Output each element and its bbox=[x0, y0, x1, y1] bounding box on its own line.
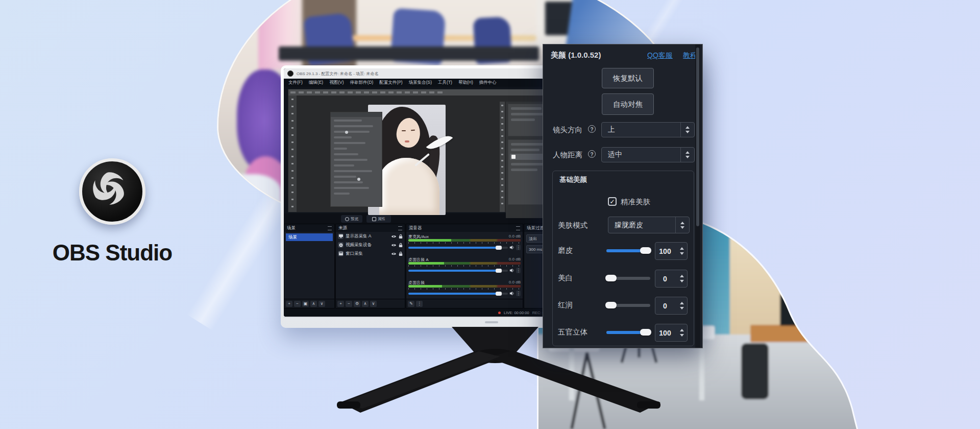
speaker-icon[interactable] bbox=[509, 291, 514, 296]
dock-menu-icon[interactable] bbox=[398, 226, 402, 230]
channel-options-button[interactable]: ⋮ bbox=[516, 268, 521, 273]
camera-direction-select[interactable]: 上 bbox=[601, 122, 695, 137]
dock-menu-icon[interactable] bbox=[516, 226, 520, 230]
chevron-up-icon[interactable] bbox=[680, 247, 684, 250]
whitening-slider[interactable] bbox=[606, 277, 650, 280]
menu-scene-collection[interactable]: 场景集合(S) bbox=[409, 80, 432, 86]
slider-handle[interactable] bbox=[640, 329, 651, 336]
facial-3d-slider[interactable] bbox=[606, 331, 650, 334]
source-row[interactable]: 显示器采集 A bbox=[336, 232, 405, 241]
autofocus-button[interactable]: 自动对焦 bbox=[602, 93, 654, 115]
chevron-up-icon[interactable] bbox=[680, 302, 684, 304]
slider-handle[interactable] bbox=[640, 247, 651, 254]
select-spinner[interactable] bbox=[680, 148, 694, 162]
duplicate-scene-button[interactable]: ▣ bbox=[302, 301, 309, 307]
help-icon[interactable]: ? bbox=[588, 150, 596, 158]
mixer-more-button[interactable]: ⋮ bbox=[416, 301, 423, 307]
rosy-spinbox[interactable]: 0 bbox=[655, 297, 688, 315]
chevron-up-icon bbox=[680, 222, 684, 224]
mixer-filters-button[interactable]: ✎ bbox=[408, 301, 414, 307]
move-source-up-button[interactable]: ∧ bbox=[362, 301, 369, 307]
remove-scene-button[interactable]: − bbox=[294, 301, 301, 307]
menu-edit[interactable]: 编辑(E) bbox=[309, 80, 323, 86]
volume-slider-handle[interactable] bbox=[496, 246, 502, 250]
slider-handle[interactable] bbox=[605, 275, 617, 281]
scene-list-item-selected[interactable]: 场景 bbox=[286, 233, 333, 241]
precise-skin-label: 精准美肤 bbox=[621, 197, 650, 207]
chevron-up-icon[interactable] bbox=[680, 275, 684, 277]
chevron-down-icon[interactable] bbox=[680, 252, 684, 255]
add-source-button[interactable]: + bbox=[337, 301, 344, 307]
scenes-dock: 场景 场景 + − ▣ ∧ ∨ bbox=[284, 224, 335, 308]
menu-docks[interactable]: 停靠部件(D) bbox=[350, 80, 374, 86]
chevron-down-icon[interactable] bbox=[680, 334, 684, 337]
precise-skin-checkbox[interactable]: ✓ bbox=[608, 197, 617, 206]
menu-plugin-center[interactable]: 插件中心 bbox=[479, 80, 497, 86]
meter-ticks bbox=[408, 265, 521, 267]
visibility-eye-icon[interactable] bbox=[391, 234, 397, 239]
source-row[interactable]: 视频采集设备 bbox=[336, 241, 405, 249]
panel-scrollbar[interactable] bbox=[695, 44, 700, 348]
speaker-icon[interactable] bbox=[509, 268, 514, 273]
volume-slider[interactable] bbox=[408, 247, 508, 249]
smooth-skin-spinbox[interactable]: 100 bbox=[655, 242, 688, 260]
plant bbox=[826, 291, 856, 322]
visibility-eye-icon[interactable] bbox=[391, 243, 397, 247]
qq-support-link[interactable]: QQ客服 bbox=[647, 51, 673, 60]
chevron-down-icon bbox=[680, 226, 684, 229]
whitening-spinbox[interactable]: 0 bbox=[655, 270, 688, 288]
properties-button[interactable]: 属性 bbox=[366, 215, 391, 223]
sources-dock-title: 来源 bbox=[338, 225, 347, 231]
help-icon[interactable]: ? bbox=[588, 125, 596, 133]
speaker-icon[interactable] bbox=[509, 245, 514, 250]
reset-defaults-button[interactable]: 恢复默认 bbox=[602, 68, 654, 88]
scenes-dock-title: 场景 bbox=[287, 225, 296, 231]
remove-source-button[interactable]: − bbox=[346, 301, 352, 307]
move-source-down-button[interactable]: ∨ bbox=[370, 301, 377, 307]
volume-slider[interactable] bbox=[408, 293, 508, 295]
source-row[interactable]: 窗口采集 bbox=[336, 249, 405, 258]
chevron-down-icon bbox=[685, 156, 690, 158]
lock-icon[interactable] bbox=[399, 234, 403, 239]
volume-slider-handle[interactable] bbox=[496, 269, 502, 273]
volume-slider-handle[interactable] bbox=[496, 292, 502, 296]
add-scene-button[interactable]: + bbox=[286, 301, 292, 307]
dock-menu-icon[interactable] bbox=[328, 226, 332, 230]
smooth-skin-label: 磨皮 bbox=[558, 246, 573, 255]
lock-icon[interactable] bbox=[399, 251, 403, 256]
menu-tools[interactable]: 工具(T) bbox=[438, 80, 452, 86]
volume-slider[interactable] bbox=[408, 270, 508, 272]
source-properties-button[interactable]: ⚙ bbox=[354, 301, 360, 307]
chevron-down-icon[interactable] bbox=[680, 280, 684, 282]
scrollbar-thumb[interactable] bbox=[696, 47, 699, 226]
move-scene-down-button[interactable]: ∨ bbox=[318, 301, 325, 307]
channel-options-button[interactable]: ⋮ bbox=[516, 245, 521, 250]
portrait-lips bbox=[405, 140, 409, 142]
promo-canvas: OBS Studio OBS 29.1.3 - 配置文件: 未命名 - 场景: … bbox=[0, 0, 980, 429]
menu-view[interactable]: 视图(V) bbox=[329, 80, 344, 86]
facial-3d-spinbox[interactable]: 100 bbox=[655, 324, 688, 342]
chevron-down-icon[interactable] bbox=[680, 307, 684, 309]
menu-profile[interactable]: 配置文件(P) bbox=[379, 80, 402, 86]
smooth-skin-slider[interactable] bbox=[606, 249, 650, 252]
menu-help[interactable]: 帮助(H) bbox=[458, 80, 473, 86]
move-scene-up-button[interactable]: ∧ bbox=[310, 301, 317, 307]
slider-handle[interactable] bbox=[605, 302, 617, 308]
preview-toggle-button[interactable]: 预览 bbox=[341, 215, 362, 223]
person-distance-select[interactable]: 适中 bbox=[601, 147, 695, 162]
monitor-logo bbox=[485, 321, 498, 323]
visibility-eye-icon[interactable] bbox=[391, 252, 397, 256]
chevron-up-icon[interactable] bbox=[680, 329, 684, 331]
skin-mode-select[interactable]: 朦胧磨皮 bbox=[608, 217, 690, 233]
source-name: 窗口采集 bbox=[346, 251, 389, 257]
audio-mixer-dock: 混音器 麦克风/Aux0.0 dB ⋮ bbox=[406, 224, 523, 308]
ps-tool-icons bbox=[291, 99, 293, 209]
select-spinner[interactable] bbox=[675, 217, 689, 233]
lock-icon[interactable] bbox=[399, 243, 403, 248]
menu-file[interactable]: 文件(F) bbox=[288, 80, 303, 86]
wood-desk bbox=[750, 325, 847, 342]
channel-options-button[interactable]: ⋮ bbox=[516, 291, 521, 296]
select-spinner[interactable] bbox=[680, 123, 694, 137]
rosy-value: 0 bbox=[655, 297, 675, 314]
rosy-slider[interactable] bbox=[606, 304, 650, 307]
